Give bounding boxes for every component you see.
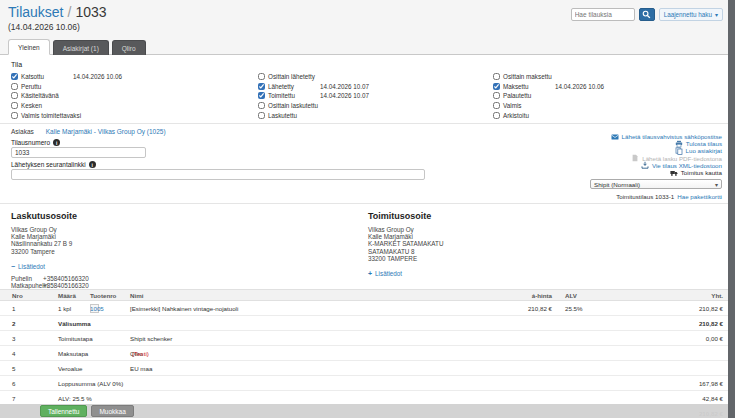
status-item-peruttu[interactable]: Peruttu — [11, 82, 251, 92]
checkbox[interactable] — [493, 102, 500, 109]
tab-qliro[interactable]: Qliro — [112, 40, 146, 55]
status-item-kasiteltavana[interactable]: Käsiteltävänä — [11, 91, 251, 101]
order-number-label: Tilausnumero — [11, 139, 50, 146]
billing-address: Laskutusosoite Vilkas Group Oy Kalle Mar… — [11, 211, 89, 296]
search-button[interactable] — [639, 8, 655, 21]
table-row-product: 1 1 kpl 1005 [Esimerkki] Nahkainen vinta… — [0, 301, 728, 316]
create-documents-link[interactable]: Luo asiakirjat — [590, 147, 722, 154]
cell-total: 167,98 € — [699, 376, 723, 391]
shipping-method-select[interactable]: Shipit (Normaali) ▾ — [590, 179, 722, 189]
checkbox[interactable] — [258, 92, 265, 99]
action-label: Lähetä tilausvahvistus sähköpostitse — [622, 133, 722, 140]
address-line: Kalle Marjamäki — [11, 233, 89, 240]
contact-label: Puhelin — [11, 275, 43, 282]
export-xml-link[interactable]: Vie tilaus XML-tiedostoon — [590, 162, 722, 169]
orders-breadcrumb-link[interactable]: Tilaukset — [8, 4, 64, 20]
checkbox-label: Käsiteltävänä — [21, 92, 59, 99]
tracking-link-input[interactable] — [11, 169, 425, 180]
checkbox[interactable] — [258, 102, 265, 109]
status-item-osittain-maksettu[interactable]: Osittain maksettu — [493, 72, 733, 82]
extended-search-label: Laajennettu haku — [664, 11, 712, 18]
cell-product-name: [Esimerkki] Nahkainen vintage-nojatuoli — [130, 301, 238, 316]
address-line: Vilkas Group Oy — [11, 226, 89, 233]
checkbox-label: Valmis — [503, 102, 521, 109]
order-number-input[interactable] — [11, 147, 146, 158]
cell-nro: 4 — [12, 346, 15, 361]
status-item-toimitettu[interactable]: Toimitettu 14.04.2026 10.07 — [258, 91, 498, 101]
checkbox-label: Kesken — [21, 102, 42, 109]
action-label: Lähetä lasku PDF-tiedostona — [642, 155, 722, 162]
contact-row-phone: Puhelin +358405166320 — [11, 275, 89, 282]
shipping-method-value: Shipit (Normaali) — [594, 181, 640, 188]
saved-button[interactable]: Tallennettu — [40, 405, 87, 417]
page-title: Tilaukset / 1033 — [8, 4, 107, 20]
status-item-katsottu[interactable]: Katsottu 14.04.2026 10.06 — [11, 72, 251, 82]
tracking-label-row: Lähetyksen seurantalinkki — [11, 161, 96, 168]
status-item-valmis-toimitettavaksi[interactable]: Valmis toimitettavaksi — [11, 110, 251, 120]
checkbox[interactable] — [493, 73, 500, 80]
customer-link[interactable]: Kalle Marjamäki - Vilkas Group Oy (1025) — [46, 128, 166, 135]
status-item-valmis[interactable]: Valmis — [493, 101, 733, 111]
cell-label: Välisumma — [58, 316, 91, 331]
status-item-maksettu[interactable]: Maksettu 14.04.2026 10.06 — [493, 82, 733, 92]
checkbox[interactable] — [11, 73, 18, 80]
tab-strip: Yleinen Asiakirjat (1) Qliro — [0, 39, 728, 55]
checkbox[interactable] — [258, 112, 265, 119]
table-row-payment-method: 4 Maksutapa Qliro(Testi) — [0, 346, 728, 361]
status-item-palautettu[interactable]: Palautettu — [493, 91, 733, 101]
status-item-arkistoitu[interactable]: Arkistoitu — [493, 110, 733, 120]
table-row-tax-area: 5 Veroalue EU maa — [0, 361, 728, 376]
checkbox[interactable] — [258, 83, 265, 90]
order-items-table: Nro Määrä Tuotenro Nimi á-hinta ALV Yht.… — [0, 289, 728, 418]
billing-details-toggle[interactable]: − Lisätiedot — [11, 263, 89, 270]
checkbox[interactable] — [11, 92, 18, 99]
extended-search-toggle[interactable]: Laajennettu haku ▾ — [659, 8, 723, 21]
order-actions: Lähetä tilausvahvistus sähköpostitse Tul… — [590, 133, 722, 200]
checkbox[interactable] — [493, 112, 500, 119]
chevron-down-icon: ▾ — [715, 181, 718, 188]
status-column-2: Osittain lähetetty Lähetetty 14.04.2026 … — [258, 72, 498, 120]
divider — [0, 203, 728, 204]
order-id: 1033 — [75, 4, 106, 20]
search-input[interactable] — [571, 8, 635, 21]
send-confirmation-link[interactable]: Lähetä tilausvahvistus sähköpostitse — [590, 133, 722, 140]
checkbox[interactable] — [493, 92, 500, 99]
table-row-subtotal: 2 Välisumma 210,82 € — [0, 316, 728, 331]
status-item-laskutettu[interactable]: Laskutettu — [258, 110, 498, 120]
shipping-details-toggle[interactable]: + Lisätiedot — [368, 270, 443, 277]
checkbox[interactable] — [258, 73, 265, 80]
main-panel: Tila Katsottu 14.04.2026 10.06 Peruttu K… — [0, 55, 728, 418]
status-item-osittain-laskutettu[interactable]: Osittain laskutettu — [258, 101, 498, 111]
checkbox[interactable] — [11, 83, 18, 90]
cell-label: Veroalue — [58, 361, 82, 376]
cell-nro: 1 — [12, 301, 15, 316]
status-item-osittain-lahetetty[interactable]: Osittain lähetetty — [258, 72, 498, 82]
tab-yleinen[interactable]: Yleinen — [8, 39, 50, 55]
shipping-address: Toimitusosoite Vilkas Group Oy Kalle Mar… — [368, 211, 443, 277]
product-number-link[interactable]: 1005 — [90, 301, 104, 316]
print-order-link[interactable]: Tulosta tilaus — [590, 140, 722, 147]
checkbox-label: Osittain maksettu — [503, 73, 552, 80]
shipping-order-number: Toimitustilaus 1033-1 — [616, 193, 674, 200]
save-footer-bar: Tallennettu Muokkaa — [0, 404, 728, 418]
tab-asiakirjat[interactable]: Asiakirjat (1) — [53, 40, 109, 55]
status-item-kesken[interactable]: Kesken — [11, 101, 251, 111]
details-toggle-label: Lisätiedot — [18, 263, 45, 270]
checkbox[interactable] — [11, 102, 18, 109]
order-detail-page: Tilaukset / 1033 (14.04.2026 10.06) Laaj… — [0, 0, 735, 418]
get-parcel-card-link[interactable]: Hae pakettikortti — [677, 193, 722, 200]
checkbox-label: Lähetetty — [268, 83, 294, 90]
edit-button[interactable]: Muokkaa — [91, 405, 133, 417]
scrollbar[interactable] — [728, 0, 735, 418]
checkbox[interactable] — [11, 112, 18, 119]
status-item-lahetetty[interactable]: Lähetetty 14.04.2026 10.07 — [258, 82, 498, 92]
checkbox-label: Toimitettu — [268, 92, 295, 99]
cell-value: EU maa — [130, 361, 152, 376]
checkbox[interactable] — [493, 83, 500, 90]
cell-nro: 3 — [12, 331, 15, 346]
customer-row: Asiakas Kalle Marjamäki - Vilkas Group O… — [11, 128, 166, 135]
checkbox-label: Katsottu — [21, 73, 44, 80]
status-date: 14.04.2026 10.06 — [73, 73, 122, 80]
shipping-address-title: Toimitusosoite — [368, 211, 443, 221]
shipping-order-row: Toimitustilaus 1033-1 Hae pakettikortti — [590, 193, 722, 200]
